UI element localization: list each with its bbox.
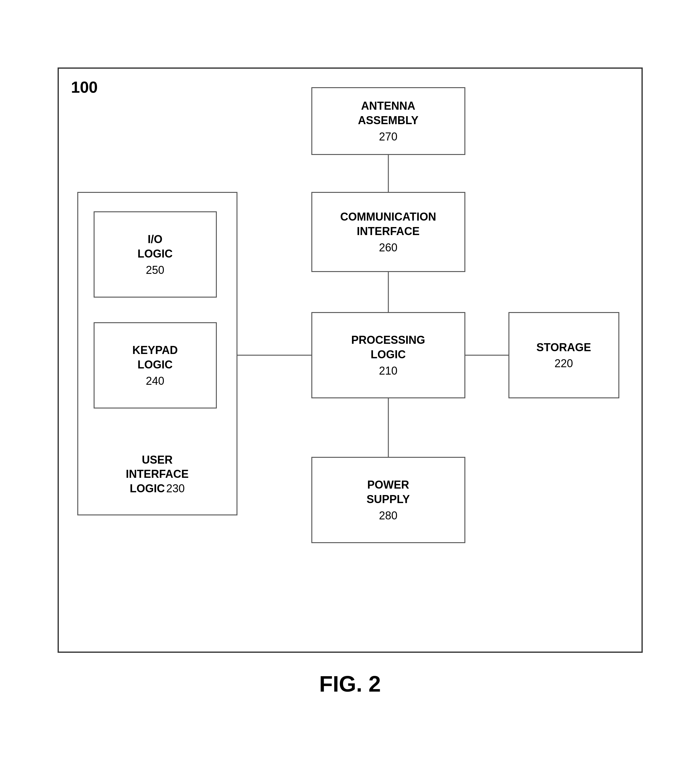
page-container: 100 ANTENNAASSEMBLY 270 (27, 67, 673, 697)
io-logic-label: I/OLOGIC (138, 232, 173, 261)
power-supply-number: 280 (379, 509, 397, 522)
keypad-logic-block: KEYPADLOGIC 240 (94, 322, 217, 409)
ui-logic-label-area: USERINTERFACELOGIC 230 (96, 453, 219, 496)
antenna-block: ANTENNAASSEMBLY 270 (311, 87, 465, 155)
comm-interface-number: 260 (379, 241, 397, 254)
power-supply-block: POWERSUPPLY 280 (311, 457, 465, 543)
outer-box: 100 ANTENNAASSEMBLY 270 (58, 67, 643, 653)
io-logic-block: I/OLOGIC 250 (94, 211, 217, 297)
fig-label: FIG. 2 (319, 671, 381, 697)
io-logic-number: 250 (146, 264, 164, 277)
ui-logic-number: 230 (166, 482, 185, 495)
storage-number: 220 (554, 357, 573, 370)
processing-label: PROCESSINGLOGIC (351, 333, 425, 362)
keypad-logic-number: 240 (146, 374, 164, 388)
power-supply-label: POWERSUPPLY (366, 478, 410, 507)
antenna-number: 270 (379, 130, 397, 143)
antenna-label: ANTENNAASSEMBLY (358, 99, 419, 128)
comm-interface-label: COMMUNICATIONINTERFACE (340, 210, 436, 239)
storage-block: STORAGE 220 (508, 312, 619, 398)
keypad-logic-label: KEYPADLOGIC (133, 343, 178, 372)
processing-number: 210 (379, 365, 397, 377)
comm-interface-block: COMMUNICATIONINTERFACE 260 (311, 192, 465, 272)
ui-logic-outer-block: I/OLOGIC 250 KEYPADLOGIC 240 USERINTERFA… (77, 192, 238, 515)
processing-block: PROCESSINGLOGIC 210 (311, 312, 465, 398)
diagram-area: ANTENNAASSEMBLY 270 COMMUNICATIONINTERFA… (77, 87, 623, 633)
storage-label: STORAGE (536, 340, 591, 355)
